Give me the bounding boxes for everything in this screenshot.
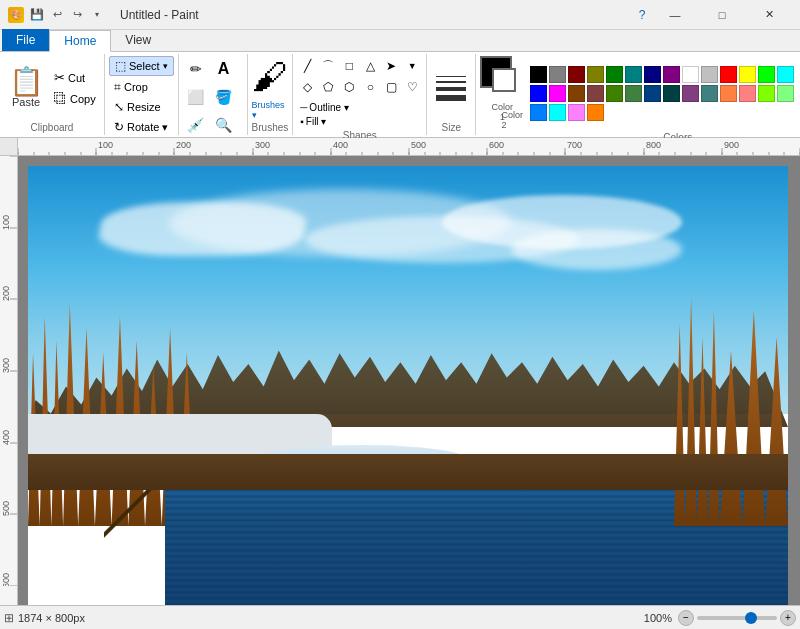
color-swatch-16[interactable]	[568, 85, 585, 102]
ribbon-group-colors: Color 1 Color2 🎨 Editcolors	[476, 54, 800, 135]
color-swatch-18[interactable]	[606, 85, 623, 102]
color-swatch-17[interactable]	[587, 85, 604, 102]
select-button[interactable]: ⬚ Select ▾	[109, 56, 174, 76]
qs-dropdown-btn[interactable]: ▾	[88, 6, 106, 24]
save-qs-btn[interactable]: 💾	[28, 6, 46, 24]
resize-button[interactable]: ⤡ Resize	[109, 98, 174, 116]
color-swatch-9[interactable]	[701, 66, 718, 83]
fill-label: Fill ▾	[306, 116, 327, 127]
ribbon-group-shapes: ╱ ⌒ □ △ ➤ ▼ ◇ ⬠ ⬡ ○ ▢ ♡ ─ Outline ▾	[293, 54, 427, 135]
color-swatch-13[interactable]	[777, 66, 794, 83]
line-shape[interactable]: ╱	[297, 56, 317, 76]
ribbon-group-image: ⬚ Select ▾ ⌗ Crop ⤡ Resize ↻ Rotate ▾ Im…	[105, 54, 179, 135]
paste-icon: 📋	[9, 68, 44, 96]
cut-button[interactable]: ✂ Cut	[50, 68, 100, 87]
maximize-button[interactable]: □	[699, 0, 745, 30]
hexagon-shape[interactable]: ⬡	[339, 77, 359, 97]
status-zoom: 100%	[644, 612, 672, 624]
fill-shape-button[interactable]: ▪ Fill ▾	[297, 115, 422, 128]
color-swatch-25[interactable]	[739, 85, 756, 102]
next-shapes-btn[interactable]: ▼	[402, 56, 422, 76]
rotate-icon: ↻	[114, 120, 124, 134]
rotate-button[interactable]: ↻ Rotate ▾	[109, 118, 174, 136]
zoom-thumb[interactable]	[745, 612, 757, 624]
size-line-1[interactable]	[436, 76, 466, 77]
size-line-4[interactable]	[436, 95, 466, 101]
redo-qs-btn[interactable]: ↪	[68, 6, 86, 24]
color-swatch-4[interactable]	[606, 66, 623, 83]
color-swatch-2[interactable]	[568, 66, 585, 83]
curve-shape[interactable]: ⌒	[318, 56, 338, 76]
pencil-button[interactable]: ✏	[183, 56, 209, 82]
triangle-shape[interactable]: △	[360, 56, 380, 76]
zoom-track[interactable]	[697, 616, 777, 620]
zoom-slider[interactable]: − +	[678, 610, 796, 626]
minimize-button[interactable]: —	[652, 0, 698, 30]
brushes-dropdown[interactable]: Brushes ▾	[252, 100, 289, 120]
close-button[interactable]: ✕	[746, 0, 792, 30]
color-boxes: Color 1 Color2	[480, 56, 524, 130]
arrow-shape[interactable]: ➤	[381, 56, 401, 76]
undo-qs-btn[interactable]: ↩	[48, 6, 66, 24]
help-btn[interactable]: ?	[633, 6, 651, 24]
heart-shape[interactable]: ♡	[402, 77, 422, 97]
color-swatch-19[interactable]	[625, 85, 642, 102]
color-swatch-30[interactable]	[568, 104, 585, 121]
cut-icon: ✂	[54, 70, 65, 85]
zoom-in-button[interactable]: +	[780, 610, 796, 626]
zoom-out-button[interactable]: −	[678, 610, 694, 626]
color-swatch-11[interactable]	[739, 66, 756, 83]
color-swatch-12[interactable]	[758, 66, 775, 83]
color-swatch-22[interactable]	[682, 85, 699, 102]
size-line-2[interactable]	[436, 81, 466, 83]
text-button[interactable]: A	[211, 56, 237, 82]
ruler-vertical	[0, 156, 18, 605]
magnifier-button[interactable]: 🔍	[211, 112, 237, 138]
fill-button[interactable]: 🪣	[211, 84, 237, 110]
color-swatch-8[interactable]	[682, 66, 699, 83]
color-swatch-3[interactable]	[587, 66, 604, 83]
tab-home[interactable]: Home	[49, 30, 111, 52]
color-swatch-0[interactable]	[530, 66, 547, 83]
cut-copy-buttons: ✂ Cut ⿻ Copy	[50, 68, 100, 108]
ruler-horizontal	[18, 138, 800, 155]
rect-shape[interactable]: □	[339, 56, 359, 76]
paste-button[interactable]: 📋 Paste	[4, 59, 48, 117]
color-swatch-10[interactable]	[720, 66, 737, 83]
tab-file[interactable]: File	[2, 29, 49, 51]
color-swatch-24[interactable]	[720, 85, 737, 102]
color-swatch-1[interactable]	[549, 66, 566, 83]
color-swatch-15[interactable]	[549, 85, 566, 102]
color-swatch-28[interactable]	[530, 104, 547, 121]
color-swatch-21[interactable]	[663, 85, 680, 102]
app-icon: 🎨	[8, 7, 24, 23]
color-swatch-5[interactable]	[625, 66, 642, 83]
rounded-rect-shape[interactable]: ▢	[381, 77, 401, 97]
pentagon-shape[interactable]: ⬠	[318, 77, 338, 97]
color-swatch-29[interactable]	[549, 104, 566, 121]
color-swatch-20[interactable]	[644, 85, 661, 102]
size-line-3[interactable]	[436, 87, 466, 91]
ruler-row	[0, 138, 800, 156]
outline-button[interactable]: ─ Outline ▾	[297, 101, 422, 114]
color-swatch-23[interactable]	[701, 85, 718, 102]
eyedropper-button[interactable]: 💉	[183, 112, 209, 138]
crop-button[interactable]: ⌗ Crop	[109, 78, 174, 96]
color-swatch-27[interactable]	[777, 85, 794, 102]
color-swatch-6[interactable]	[644, 66, 661, 83]
color-swatch-31[interactable]	[587, 104, 604, 121]
brush-main-button[interactable]: 🖌	[252, 56, 288, 98]
diamond-shape[interactable]: ◇	[297, 77, 317, 97]
statusbar: ⊞ 1874 × 800px 100% − +	[0, 605, 800, 629]
color-swatch-14[interactable]	[530, 85, 547, 102]
ellipse-shape[interactable]: ○	[360, 77, 380, 97]
color-swatch-26[interactable]	[758, 85, 775, 102]
ruler-corner	[0, 138, 18, 155]
canvas-area	[0, 156, 800, 605]
tab-view[interactable]: View	[111, 29, 165, 51]
color-swatch-7[interactable]	[663, 66, 680, 83]
canvas-scroll[interactable]	[18, 156, 800, 605]
copy-button[interactable]: ⿻ Copy	[50, 89, 100, 108]
color2-box[interactable]	[492, 68, 516, 92]
eraser-button[interactable]: ⬜	[183, 84, 209, 110]
